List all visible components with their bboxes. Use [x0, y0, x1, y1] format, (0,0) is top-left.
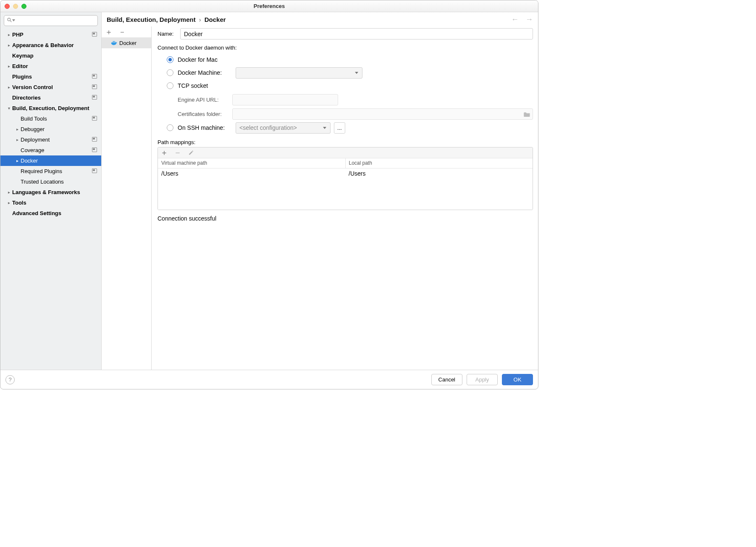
path-mappings-label: Path mappings: — [158, 139, 533, 145]
docker-list: ＋ － Docker — [102, 26, 152, 370]
sidebar-item-version-control[interactable]: ▸Version Control — [0, 82, 101, 92]
name-label: Name: — [158, 31, 180, 37]
sidebar-item-php[interactable]: ▸PHP — [0, 29, 101, 40]
column-local-path[interactable]: Local path — [346, 158, 533, 168]
ok-button[interactable]: OK — [502, 374, 533, 385]
sidebar-item-keymap[interactable]: Keymap — [0, 50, 101, 61]
path-mappings-table: Virtual machine path Local path /Users /… — [158, 147, 533, 210]
radio-docker-for-mac-label[interactable]: Docker for Mac — [178, 56, 218, 63]
docker-list-item[interactable]: Docker — [102, 37, 151, 48]
footer: ? Cancel Apply OK — [0, 370, 538, 389]
nav-forward-icon[interactable]: → — [525, 15, 533, 24]
expand-arrow-icon[interactable]: ▸ — [6, 32, 11, 37]
sidebar-item-label: Directories — [12, 95, 41, 101]
scope-badge-icon — [92, 74, 97, 79]
column-vm-path[interactable]: Virtual machine path — [158, 158, 346, 168]
expand-arrow-icon[interactable]: ▸ — [6, 64, 11, 68]
scope-badge-icon — [92, 95, 97, 100]
add-mapping-button[interactable] — [161, 150, 167, 156]
expand-arrow-icon[interactable]: ▸ — [6, 43, 11, 47]
sidebar-item-build-execution-deployment[interactable]: ▾Build, Execution, Deployment — [0, 103, 101, 113]
radio-tcp-socket[interactable] — [167, 82, 173, 89]
engine-api-url-label: Engine API URL: — [178, 97, 232, 103]
sidebar-item-build-tools[interactable]: Build Tools — [0, 113, 101, 124]
expand-arrow-icon[interactable]: ▸ — [6, 190, 11, 195]
sidebar-item-trusted-locations[interactable]: Trusted Locations — [0, 176, 101, 187]
sidebar-item-label: Version Control — [12, 84, 53, 90]
sidebar-item-label: Plugins — [12, 74, 32, 80]
sidebar-item-label: Coverage — [21, 147, 44, 153]
connect-label: Connect to Docker daemon with: — [158, 45, 533, 51]
sidebar-item-plugins[interactable]: Plugins — [0, 71, 101, 82]
sidebar-item-languages-frameworks[interactable]: ▸Languages & Frameworks — [0, 187, 101, 197]
sidebar-item-label: Keymap — [12, 53, 34, 59]
window-title: Preferences — [0, 3, 538, 9]
radio-docker-machine[interactable] — [167, 69, 173, 76]
docker-icon — [111, 40, 117, 45]
cell-vm-path: /Users — [158, 168, 345, 179]
sidebar-item-debugger[interactable]: ▸Debugger — [0, 124, 101, 134]
docker-machine-select[interactable] — [236, 67, 362, 79]
radio-ssh-machine-label[interactable]: On SSH machine: — [178, 124, 236, 131]
ssh-config-browse-button[interactable]: ... — [334, 122, 345, 134]
sidebar-item-label: PHP — [12, 32, 24, 38]
radio-docker-machine-label[interactable]: Docker Machine: — [178, 69, 236, 76]
svg-line-1 — [10, 21, 11, 22]
sidebar-item-appearance-behavior[interactable]: ▸Appearance & Behavior — [0, 40, 101, 50]
help-button[interactable]: ? — [5, 375, 15, 384]
folder-browse-icon[interactable] — [524, 111, 530, 117]
sidebar-item-label: Docker — [21, 158, 38, 164]
sidebar-item-editor[interactable]: ▸Editor — [0, 61, 101, 71]
radio-tcp-socket-label[interactable]: TCP socket — [178, 82, 208, 89]
sidebar-item-deployment[interactable]: ▸Deployment — [0, 134, 101, 145]
expand-arrow-icon[interactable]: ▾ — [6, 106, 11, 110]
ssh-config-select[interactable]: <select configuration> — [236, 122, 331, 134]
apply-button: Apply — [467, 374, 498, 385]
sidebar-item-coverage[interactable]: Coverage — [0, 145, 101, 155]
certificates-folder-label: Certificates folder: — [178, 111, 232, 117]
expand-arrow-icon[interactable]: ▸ — [15, 137, 20, 142]
sidebar-item-label: Debugger — [21, 126, 45, 132]
docker-settings-form: Name: Connect to Docker daemon with: Doc… — [152, 26, 538, 370]
add-docker-button[interactable]: ＋ — [105, 28, 113, 36]
search-field[interactable] — [4, 15, 98, 26]
search-input[interactable] — [4, 15, 98, 26]
table-row[interactable]: /Users /Users — [158, 168, 533, 179]
sidebar-item-tools[interactable]: ▸Tools — [0, 197, 101, 208]
sidebar-item-label: Tools — [12, 200, 26, 206]
sidebar-item-label: Languages & Frameworks — [12, 189, 80, 195]
cancel-button[interactable]: Cancel — [431, 374, 462, 385]
sidebar-item-label: Build, Execution, Deployment — [12, 105, 89, 111]
expand-arrow-icon[interactable]: ▸ — [6, 200, 11, 205]
engine-api-url-input[interactable] — [232, 94, 338, 105]
expand-arrow-icon[interactable]: ▸ — [6, 85, 11, 89]
titlebar: Preferences — [0, 0, 538, 12]
sidebar-item-label: Trusted Locations — [21, 179, 64, 185]
expand-arrow-icon[interactable]: ▸ — [15, 158, 20, 163]
sidebar-item-label: Advanced Settings — [12, 210, 61, 216]
search-icon — [7, 17, 12, 23]
radio-ssh-machine[interactable] — [167, 124, 173, 131]
sidebar-item-required-plugins[interactable]: Required Plugins — [0, 166, 101, 176]
name-input[interactable] — [180, 28, 533, 39]
certificates-folder-input[interactable] — [232, 108, 533, 120]
sidebar-item-docker[interactable]: ▸Docker — [0, 155, 101, 166]
sidebar-item-advanced-settings[interactable]: Advanced Settings — [0, 208, 101, 218]
edit-mapping-button[interactable] — [188, 150, 194, 156]
sidebar-item-directories[interactable]: Directories — [0, 92, 101, 103]
breadcrumb: Build, Execution, Deployment › Docker ← … — [102, 12, 538, 26]
breadcrumb-separator: › — [199, 16, 201, 23]
remove-docker-button[interactable]: － — [118, 28, 126, 36]
search-dropdown-icon[interactable] — [12, 19, 15, 21]
remove-mapping-button[interactable] — [175, 150, 181, 156]
scope-badge-icon — [92, 147, 97, 152]
body: ▸PHP▸Appearance & BehaviorKeymap▸EditorP… — [0, 12, 538, 370]
breadcrumb-current: Docker — [205, 16, 226, 23]
sidebar-tree: ▸PHP▸Appearance & BehaviorKeymap▸EditorP… — [0, 29, 101, 370]
expand-arrow-icon[interactable]: ▸ — [15, 127, 20, 131]
radio-docker-for-mac[interactable] — [167, 56, 173, 63]
scope-badge-icon — [92, 32, 97, 37]
svg-rect-7 — [114, 41, 115, 42]
nav-back-icon[interactable]: ← — [511, 15, 519, 24]
breadcrumb-parent[interactable]: Build, Execution, Deployment — [107, 16, 196, 23]
